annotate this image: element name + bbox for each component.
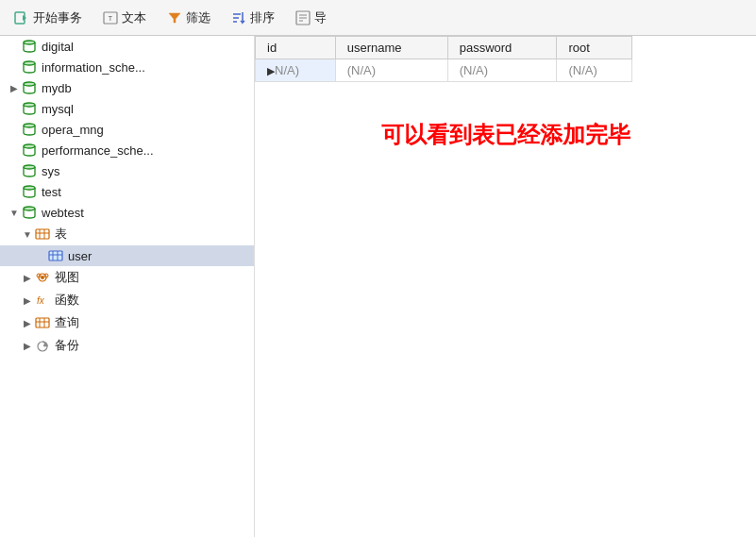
svg-text:T: T: [109, 15, 113, 22]
sidebar-label-mysql: mysql: [42, 102, 74, 116]
data-table-container[interactable]: id username password root ▶N/A) (N/A) (N…: [255, 36, 756, 537]
sidebar-item-tables-folder[interactable]: ▼ 表: [0, 223, 254, 245]
svg-text:fx: fx: [37, 295, 45, 306]
sidebar-label-opera-mng: opera_mng: [42, 123, 104, 137]
begin-transaction-label: 开始事务: [33, 9, 82, 26]
table-header-row: id username password root: [256, 37, 632, 59]
sidebar-item-sys[interactable]: sys: [0, 160, 254, 181]
svg-rect-30: [36, 229, 49, 239]
sort-icon: [231, 10, 246, 25]
db-icon: [21, 184, 38, 199]
sidebar-label-mydb: mydb: [42, 81, 72, 95]
view-icon: [34, 270, 51, 285]
expand-icon: ▶: [21, 318, 34, 328]
table-icon: [47, 248, 64, 263]
col-root: root: [557, 37, 632, 59]
backup-icon: [34, 338, 51, 353]
svg-point-29: [24, 207, 35, 210]
expand-icon: ▶: [21, 341, 34, 351]
cell-username: (N/A): [335, 59, 447, 82]
filter-button[interactable]: 筛选: [159, 6, 219, 30]
db-icon: [21, 80, 38, 95]
sidebar-label-backup: 备份: [55, 337, 79, 354]
filter-label: 筛选: [186, 9, 210, 26]
sidebar-label-functions: 函数: [55, 292, 79, 309]
sidebar-item-information-schema[interactable]: information_sche...: [0, 57, 254, 77]
data-table: id username password root ▶N/A) (N/A) (N…: [255, 36, 632, 82]
db-icon: [21, 122, 38, 137]
sidebar-item-test[interactable]: test: [0, 181, 254, 202]
db-icon: [21, 39, 38, 54]
sidebar-item-opera-mng[interactable]: opera_mng: [0, 119, 254, 140]
expand-icon: ▼: [8, 208, 21, 218]
sidebar-label-queries: 查询: [55, 314, 79, 331]
sort-label: 排序: [250, 9, 275, 26]
sidebar-label-webtest: webtest: [42, 206, 84, 220]
svg-point-13: [24, 41, 35, 44]
sidebar-label-views: 视图: [55, 269, 79, 286]
transaction-icon: [14, 10, 29, 25]
query-icon: [34, 315, 51, 330]
sidebar-label-digital: digital: [42, 40, 74, 54]
svg-rect-34: [49, 251, 62, 260]
svg-marker-4: [169, 13, 180, 23]
cell-password: (N/A): [447, 59, 557, 82]
db-icon: [21, 101, 38, 116]
content-area: id username password root ▶N/A) (N/A) (N…: [255, 36, 756, 537]
row-indicator: ▶: [267, 65, 275, 76]
main-layout: digital information_sche... ▶ mydb mysql: [0, 36, 756, 537]
sort-button[interactable]: 排序: [223, 6, 283, 30]
svg-point-39: [41, 276, 44, 279]
svg-point-23: [24, 144, 35, 148]
cell-root: (N/A): [557, 59, 632, 82]
sidebar-item-webtest[interactable]: ▼ webtest: [0, 202, 254, 223]
svg-rect-43: [36, 318, 49, 327]
sidebar-item-user-table[interactable]: user: [0, 245, 254, 266]
sidebar-item-backup-folder[interactable]: ▶ 备份: [0, 334, 254, 357]
svg-point-15: [24, 61, 35, 65]
expand-icon: ▼: [21, 229, 34, 240]
sidebar-label-tables: 表: [55, 226, 67, 243]
sidebar-label-sys: sys: [42, 164, 60, 178]
db-icon: [21, 205, 38, 220]
expand-icon: ▶: [21, 295, 34, 306]
sidebar-item-queries-folder[interactable]: ▶ 查询: [0, 311, 254, 334]
db-icon: [21, 163, 38, 178]
filter-icon: [167, 10, 182, 25]
annotation-text: 可以看到表已经添加完毕: [255, 82, 756, 188]
col-id: id: [256, 37, 336, 59]
text-button[interactable]: T 文本: [94, 6, 155, 30]
col-password: password: [447, 37, 557, 59]
function-icon: fx: [34, 293, 51, 308]
export-icon: [295, 10, 311, 25]
begin-transaction-button[interactable]: 开始事务: [6, 6, 91, 30]
toolbar: 开始事务 T 文本 筛选 排序: [0, 0, 756, 36]
svg-point-17: [24, 82, 35, 86]
expand-icon: ▶: [8, 83, 21, 93]
sidebar-label-test: test: [42, 185, 61, 199]
sidebar-item-views-folder[interactable]: ▶ 视图: [0, 266, 254, 289]
sidebar-label-information-schema: information_sche...: [42, 60, 145, 75]
svg-point-25: [24, 165, 35, 169]
svg-point-27: [24, 186, 35, 190]
sidebar: digital information_sche... ▶ mydb mysql: [0, 36, 255, 537]
expand-icon: ▶: [21, 273, 34, 283]
table-row[interactable]: ▶N/A) (N/A) (N/A) (N/A): [256, 59, 632, 82]
svg-point-19: [24, 103, 35, 107]
text-icon: T: [103, 10, 118, 25]
sidebar-item-digital[interactable]: digital: [0, 36, 254, 57]
sidebar-label-user: user: [68, 249, 92, 263]
sidebar-item-performance-schema[interactable]: performance_sche...: [0, 140, 254, 160]
col-username: username: [335, 37, 447, 59]
cell-id: ▶N/A): [256, 59, 336, 82]
sidebar-item-functions-folder[interactable]: ▶ fx 函数: [0, 289, 254, 311]
svg-point-21: [24, 124, 35, 127]
db-icon: [21, 143, 38, 158]
sidebar-item-mydb[interactable]: ▶ mydb: [0, 77, 254, 98]
export-button[interactable]: 导: [287, 6, 335, 30]
sidebar-label-performance-schema: performance_sche...: [42, 143, 154, 158]
text-label: 文本: [122, 9, 146, 26]
sidebar-item-mysql[interactable]: mysql: [0, 98, 254, 119]
folder-table-icon: [34, 227, 51, 242]
export-label: 导: [314, 9, 327, 26]
